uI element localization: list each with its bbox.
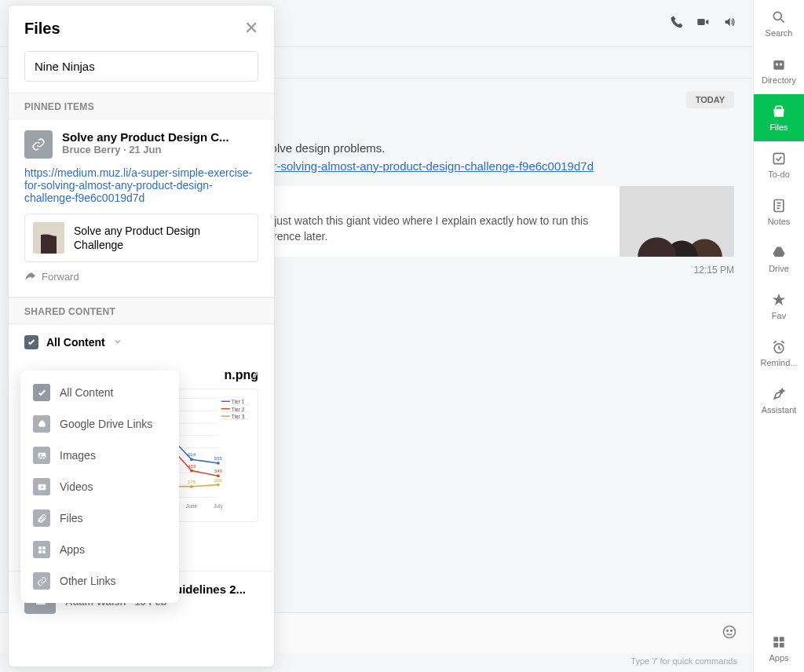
link-icon — [24, 130, 53, 159]
dropdown-item[interactable]: All Content — [20, 377, 179, 408]
rail-fav[interactable]: Fav — [754, 283, 804, 330]
svg-point-133 — [190, 458, 193, 461]
dropdown-item[interactable]: Other Links — [20, 565, 179, 597]
pinned-preview-card[interactable]: Solve any Product Design Challenge — [24, 214, 258, 262]
check-icon — [33, 384, 50, 401]
svg-point-83 — [727, 630, 729, 631]
svg-rect-178 — [42, 546, 46, 550]
svg-text:June: June — [186, 503, 198, 509]
rail-directory[interactable]: Directory — [754, 47, 804, 94]
svg-point-147 — [190, 469, 193, 473]
svg-rect-89 — [773, 153, 784, 163]
chevron-down-icon — [113, 336, 122, 349]
svg-point-163 — [217, 484, 220, 487]
card-thumbnail — [33, 222, 64, 254]
grid-icon — [33, 541, 50, 558]
svg-rect-93 — [780, 637, 784, 641]
svg-point-87 — [776, 63, 778, 65]
checkbox-icon — [24, 335, 38, 349]
rail-assistant[interactable]: Assistant — [754, 377, 804, 424]
dropdown-item[interactable]: Images — [20, 440, 179, 471]
shared-section-heading: SHARED CONTENT — [9, 298, 274, 324]
svg-point-85 — [773, 12, 781, 20]
pin-icon[interactable] — [249, 370, 260, 384]
paperclip-icon — [33, 509, 50, 527]
svg-point-82 — [724, 626, 736, 637]
svg-rect-179 — [38, 550, 42, 553]
pinned-item[interactable]: Solve any Product Design C... Bruce Berr… — [9, 119, 274, 298]
svg-point-84 — [731, 630, 733, 631]
forward-button[interactable]: Forward — [24, 270, 79, 283]
svg-point-161 — [190, 485, 193, 488]
dropdown-item[interactable]: Google Drive Links — [20, 408, 179, 440]
dropdown-item-label: Other Links — [60, 575, 116, 587]
call-icon[interactable] — [670, 15, 684, 31]
svg-rect-1 — [697, 19, 704, 25]
svg-rect-95 — [780, 643, 784, 648]
dropdown-item[interactable]: Files — [20, 502, 179, 534]
content-type-dropdown: All ContentGoogle Drive LinksImagesVideo… — [20, 371, 179, 603]
svg-point-88 — [780, 63, 782, 65]
dropdown-item-label: All Content — [60, 386, 113, 399]
pinned-url[interactable]: https://medium.muz.li/a-super-simple-exe… — [24, 166, 258, 204]
pinned-meta: Bruce Berry · 21 Jun — [62, 144, 258, 155]
svg-text:206: 206 — [214, 477, 223, 483]
card-thumbnail — [619, 186, 734, 257]
svg-text:July: July — [214, 503, 223, 509]
volume-icon[interactable] — [722, 16, 737, 31]
close-icon[interactable]: ✕ — [244, 18, 258, 38]
link-icon — [33, 572, 50, 590]
date-pill: TODAY — [686, 91, 734, 108]
svg-text:349: 349 — [214, 468, 223, 473]
svg-text:614: 614 — [188, 451, 196, 457]
svg-rect-180 — [42, 550, 46, 553]
play-icon — [33, 478, 50, 495]
rail-reminders[interactable]: Remind... — [754, 330, 804, 377]
svg-text:Tier 2: Tier 2 — [232, 407, 245, 412]
dropdown-item-label: Apps — [60, 543, 85, 556]
files-search-input[interactable] — [24, 51, 258, 82]
dropdown-item-label: Images — [60, 449, 96, 462]
svg-rect-94 — [773, 643, 778, 648]
svg-text:555: 555 — [214, 455, 223, 461]
dropdown-item[interactable]: Videos — [20, 471, 179, 502]
dropdown-item-label: Videos — [60, 480, 93, 493]
rail-todo[interactable]: To-do — [754, 141, 804, 188]
svg-text:Tier 3: Tier 3 — [232, 414, 245, 419]
svg-rect-177 — [38, 546, 42, 550]
pinned-section-heading: PINNED ITEMS — [9, 93, 274, 119]
svg-rect-92 — [773, 637, 778, 641]
video-icon[interactable] — [695, 16, 711, 31]
card-title: Solve any Product Design Challenge — [74, 224, 250, 252]
dropdown-item-label: Files — [60, 512, 83, 524]
content-type-filter[interactable]: All Content — [9, 324, 274, 357]
svg-text:175: 175 — [188, 479, 196, 484]
right-rail: Search Directory Files To-do Notes Drive… — [753, 0, 804, 672]
message-time: 12:15 PM — [694, 265, 734, 276]
emoji-icon[interactable] — [722, 624, 737, 643]
pinned-title: Solve any Product Design C... — [62, 130, 258, 144]
composer-hint: Type '/' for quick commands — [630, 656, 737, 666]
dropdown-item-label: Google Drive Links — [60, 418, 152, 430]
rail-apps[interactable]: Apps — [754, 625, 804, 672]
rail-notes[interactable]: Notes — [754, 188, 804, 236]
svg-point-135 — [217, 462, 220, 465]
rail-search[interactable]: Search — [754, 0, 804, 47]
svg-text:Tier 1: Tier 1 — [232, 399, 245, 404]
files-panel-title: Files — [24, 20, 60, 38]
rail-drive[interactable]: Drive — [754, 236, 804, 283]
dropdown-item[interactable]: Apps — [20, 534, 179, 565]
image-icon — [33, 447, 50, 464]
svg-text:433: 433 — [188, 463, 196, 469]
rail-files[interactable]: Files — [754, 94, 804, 141]
svg-rect-86 — [773, 60, 784, 70]
drive-icon — [33, 415, 50, 433]
svg-point-175 — [39, 454, 41, 455]
